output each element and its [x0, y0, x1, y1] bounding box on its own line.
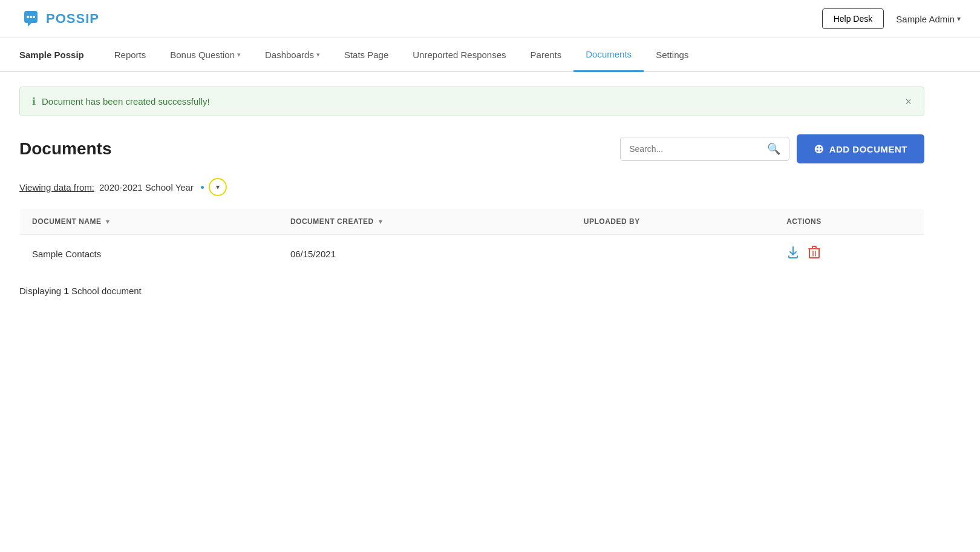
year-dropdown-button[interactable]: ▾ [209, 178, 227, 196]
nav-item-stats-page[interactable]: Stats Page [332, 39, 400, 71]
cell-uploaded-by [572, 235, 774, 274]
dot-indicator [201, 186, 204, 189]
display-count-prefix: Displaying [19, 286, 64, 296]
svg-point-2 [30, 16, 32, 18]
possip-logo-icon [19, 7, 42, 30]
cell-actions [774, 235, 924, 274]
table-header: DOCUMENT NAME ▾ DOCUMENT CREATED ▾ UPLOA… [20, 209, 924, 235]
alert-close-button[interactable]: × [905, 96, 912, 107]
add-document-plus-icon: ⊕ [814, 142, 825, 156]
header-right: Help Desk Sample Admin ▾ [822, 8, 961, 29]
alert-info-icon: ℹ [32, 96, 36, 107]
display-count: Displaying 1 School document [19, 286, 924, 296]
section-header: Documents 🔍 ⊕ ADD DOCUMENT [19, 134, 924, 163]
documents-table: DOCUMENT NAME ▾ DOCUMENT CREATED ▾ UPLOA… [19, 208, 924, 274]
viewing-value: 2020-2021 School Year [99, 182, 194, 192]
cell-doc-name: Sample Contacts [20, 235, 278, 274]
display-count-suffix: School document [69, 286, 142, 296]
table-header-row: DOCUMENT NAME ▾ DOCUMENT CREATED ▾ UPLOA… [20, 209, 924, 235]
doc-created-sort-icon[interactable]: ▾ [379, 218, 383, 225]
dashboards-arrow-icon: ▾ [316, 51, 320, 59]
col-uploaded-by: UPLOADED BY [572, 209, 774, 235]
nav-item-reports[interactable]: Reports [102, 39, 158, 71]
search-input[interactable] [629, 144, 762, 154]
user-menu[interactable]: Sample Admin ▾ [896, 14, 961, 24]
display-count-num: 1 [64, 286, 68, 296]
logo-area: POSSIP [19, 7, 99, 30]
alert-message: Document has been created successfully! [42, 96, 210, 107]
nav-bar: Sample Possip Reports Bonus Question ▾ D… [0, 38, 980, 72]
nav-item-unreported-responses[interactable]: Unreported Responses [400, 39, 518, 71]
cell-doc-created: 06/15/2021 [278, 235, 572, 274]
svg-point-3 [33, 16, 35, 18]
viewing-data-row: Viewing data from: 2020-2021 School Year… [19, 178, 924, 196]
main-content: ℹ Document has been created successfully… [0, 72, 944, 310]
nav-item-dashboards[interactable]: Dashboards ▾ [253, 39, 332, 71]
table-body: Sample Contacts 06/15/2021 [20, 235, 924, 274]
search-icon[interactable]: 🔍 [767, 142, 780, 156]
actions-cell [786, 246, 912, 262]
help-desk-button[interactable]: Help Desk [822, 8, 884, 29]
page-title: Documents [19, 139, 111, 159]
svg-point-1 [27, 16, 29, 18]
nav-item-parents[interactable]: Parents [518, 39, 574, 71]
nav-item-settings[interactable]: Settings [644, 39, 701, 71]
top-header: POSSIP Help Desk Sample Admin ▾ [0, 0, 980, 38]
header-actions: 🔍 ⊕ ADD DOCUMENT [620, 134, 924, 163]
nav-item-documents[interactable]: Documents [573, 38, 644, 72]
viewing-label: Viewing data from: [19, 182, 94, 192]
delete-icon[interactable] [808, 246, 820, 262]
col-doc-created: DOCUMENT CREATED ▾ [278, 209, 572, 235]
user-chevron-icon: ▾ [957, 15, 961, 23]
bonus-question-arrow-icon: ▾ [237, 51, 241, 59]
nav-brand: Sample Possip [19, 39, 96, 71]
search-box: 🔍 [620, 137, 789, 161]
col-actions: ACTIONS [774, 209, 924, 235]
table-row: Sample Contacts 06/15/2021 [20, 235, 924, 274]
add-document-button[interactable]: ⊕ ADD DOCUMENT [797, 134, 924, 163]
doc-name-sort-icon[interactable]: ▾ [106, 218, 110, 225]
alert-left: ℹ Document has been created successfully… [32, 96, 210, 107]
success-alert: ℹ Document has been created successfully… [19, 87, 924, 116]
download-icon[interactable] [786, 246, 800, 262]
user-name: Sample Admin [896, 14, 955, 24]
svg-rect-4 [809, 249, 819, 258]
col-doc-name: DOCUMENT NAME ▾ [20, 209, 278, 235]
logo-text: POSSIP [46, 11, 99, 27]
nav-item-bonus-question[interactable]: Bonus Question ▾ [158, 39, 253, 71]
